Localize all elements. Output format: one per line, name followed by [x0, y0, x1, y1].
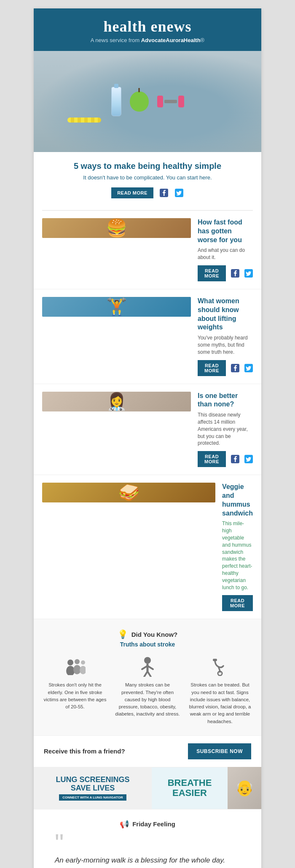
- ad-lung-title: LUNG SCREENINGS SAVE LIVES: [56, 776, 129, 793]
- fastfood-read-more-button[interactable]: READ MORE: [198, 265, 226, 281]
- fastfood-thumb-icon: 🍔: [106, 218, 127, 238]
- ad-lung-section[interactable]: LUNG SCREENINGS SAVE LIVES CONNECT WITH …: [34, 767, 152, 809]
- ff-header: 📢 Friday Feeling: [46, 820, 249, 829]
- article-actions-sandwich: READ MORE: [222, 595, 253, 611]
- article-row: 👩‍⚕️ Is one better than none? This disea…: [34, 384, 261, 475]
- person-icon: [140, 656, 155, 677]
- header-title: health enews: [42, 18, 253, 35]
- svg-point-13: [80, 666, 86, 674]
- fastfood-twitter-icon[interactable]: [244, 269, 253, 278]
- disease-thumb-icon: 👩‍⚕️: [106, 392, 127, 411]
- megaphone-icon: 📢: [120, 820, 129, 829]
- article-title-weights: What women should know about lifting wei…: [198, 297, 253, 332]
- article-content-sandwich: Veggie and hummus sandwich This mile-hig…: [222, 483, 253, 611]
- hero-bg: [34, 51, 261, 152]
- disease-twitter-icon[interactable]: [244, 454, 253, 464]
- article-title-fastfood: How fast food has gotten worse for you: [198, 218, 253, 244]
- svg-point-8: [67, 660, 73, 665]
- measuring-tape-icon: [67, 118, 101, 123]
- ad-person-icon: 👴: [235, 779, 254, 797]
- sandwich-read-more-button[interactable]: READ MORE: [222, 595, 253, 611]
- article-content-disease: Is one better than none? This disease ne…: [198, 392, 253, 467]
- hero-facebook-icon[interactable]: [159, 188, 169, 198]
- hero-actions: READ MORE: [51, 187, 244, 198]
- article-row: 🏋️ What women should know about lifting …: [34, 289, 261, 384]
- lightbulb-icon: 💡: [118, 629, 128, 639]
- weights-twitter-icon[interactable]: [244, 363, 253, 373]
- article-thumb-fastfood: 🍔: [42, 218, 191, 238]
- svg-line-19: [148, 671, 151, 677]
- dumbbell-icon: [157, 96, 184, 107]
- hero-read-more-button[interactable]: READ MORE: [111, 187, 153, 198]
- subscribe-text: Receive this from a friend?: [44, 748, 125, 755]
- article-row: 🍔 How fast food has gotten worse for you…: [34, 211, 261, 289]
- article-desc-fastfood: And what you can do about it.: [198, 247, 253, 261]
- dyk-item-stroke-age: Strokes don't only hit the elderly. One …: [42, 656, 108, 725]
- svg-point-12: [81, 660, 85, 665]
- dyk-text-stroke-treat: Strokes can be treated. But you need to …: [187, 681, 253, 725]
- header-subtitle-prefix: A news service from: [91, 37, 141, 43]
- article-row: 🥪 Veggie and hummus sandwich This mile-h…: [34, 475, 261, 619]
- subscribe-button[interactable]: SUBSCRIBE NOW: [188, 743, 251, 759]
- did-you-know-section: 💡 Did You Know? Truths about stroke Str: [34, 619, 261, 736]
- ad-breathe-section[interactable]: BREATHEEASIER 👴: [152, 767, 261, 809]
- article-title-disease: Is one better than none?: [198, 392, 253, 409]
- dumbbell-bar: [164, 100, 177, 103]
- svg-point-10: [75, 659, 80, 664]
- svg-line-18: [144, 671, 148, 677]
- water-bottle-icon: [111, 87, 121, 116]
- weights-facebook-icon[interactable]: [231, 363, 239, 373]
- ff-quote-container: " An early-morning walk is a blessing fo…: [46, 836, 249, 868]
- header-brand: AdvocateAuroraHealth: [141, 37, 201, 43]
- dyk-title: Did You Know?: [131, 631, 177, 638]
- ad-banner: LUNG SCREENINGS SAVE LIVES CONNECT WITH …: [34, 767, 261, 809]
- article-actions-fastfood: READ MORE: [198, 265, 253, 281]
- svg-point-20: [218, 671, 222, 676]
- email-header: health enews A news service from Advocat…: [34, 8, 261, 51]
- svg-point-22: [215, 659, 217, 661]
- people-icon: [64, 656, 86, 677]
- hero-article-desc: It doesn't have to be complicated. You c…: [51, 174, 244, 181]
- dumbbell-plate-left: [157, 96, 163, 107]
- disease-facebook-icon[interactable]: [231, 454, 239, 464]
- fastfood-facebook-icon[interactable]: [231, 269, 239, 278]
- article-thumb-weights: 🏋️: [42, 297, 191, 317]
- weights-read-more-button[interactable]: READ MORE: [198, 360, 226, 376]
- article-thumb-disease: 👩‍⚕️: [42, 392, 191, 411]
- ad-lung-subtitle: CONNECT WITH A LUNG NAVIGATOR: [59, 794, 126, 801]
- hero-article-title: 5 ways to make being healthy simple: [51, 161, 244, 171]
- dyk-subtitle: Truths about stroke: [42, 641, 253, 648]
- ff-quote-text: An early-morning walk is a blessing for …: [55, 855, 240, 866]
- ad-photo: 👴: [228, 767, 261, 809]
- hero-text-section: 5 ways to make being healthy simple It d…: [34, 152, 261, 210]
- weights-thumb-icon: 🏋️: [106, 297, 127, 317]
- article-content-weights: What women should know about lifting wei…: [198, 297, 253, 376]
- dyk-item-stroke-prevent: Many strokes can be prevented. They're o…: [115, 656, 180, 725]
- article-desc-disease: This disease newly affects 14 million Am…: [198, 411, 253, 447]
- svg-point-9: [66, 666, 75, 675]
- ad-breathe-text: BREATHEEASIER: [168, 778, 212, 798]
- article-actions-weights: READ MORE: [198, 360, 253, 376]
- dyk-text-stroke-prevent: Many strokes can be prevented. They're o…: [115, 681, 180, 718]
- stethoscope-icon: [211, 656, 229, 677]
- article-desc-sandwich: This mile-high vegetable and hummus sand…: [222, 520, 253, 591]
- apple-icon: [130, 91, 149, 112]
- article-content-fastfood: How fast food has gotten worse for you A…: [198, 218, 253, 281]
- header-subtitle: A news service from AdvocateAuroraHealth…: [42, 37, 253, 43]
- sandwich-thumb-icon: 🥪: [118, 483, 139, 502]
- hero-twitter-icon[interactable]: [174, 188, 184, 198]
- ff-title: Friday Feeling: [132, 820, 175, 828]
- email-container: health enews A news service from Advocat…: [34, 8, 261, 868]
- dyk-text-stroke-age: Strokes don't only hit the elderly. One …: [42, 681, 108, 710]
- friday-feeling-section: 📢 Friday Feeling " An early-morning walk…: [34, 809, 261, 868]
- dumbbell-plate-right: [178, 96, 184, 107]
- article-thumb-sandwich: 🥪: [42, 483, 215, 502]
- dyk-item-stroke-treat: Strokes can be treated. But you need to …: [187, 656, 253, 725]
- article-title-sandwich: Veggie and hummus sandwich: [222, 483, 253, 518]
- hero-image: [34, 51, 261, 152]
- article-desc-weights: You've probably heard some myths, but fi…: [198, 334, 253, 355]
- disease-read-more-button[interactable]: READ MORE: [198, 451, 226, 467]
- ff-open-quote-icon: ": [55, 836, 240, 851]
- svg-point-14: [144, 657, 151, 664]
- dyk-grid: Strokes don't only hit the elderly. One …: [42, 656, 253, 725]
